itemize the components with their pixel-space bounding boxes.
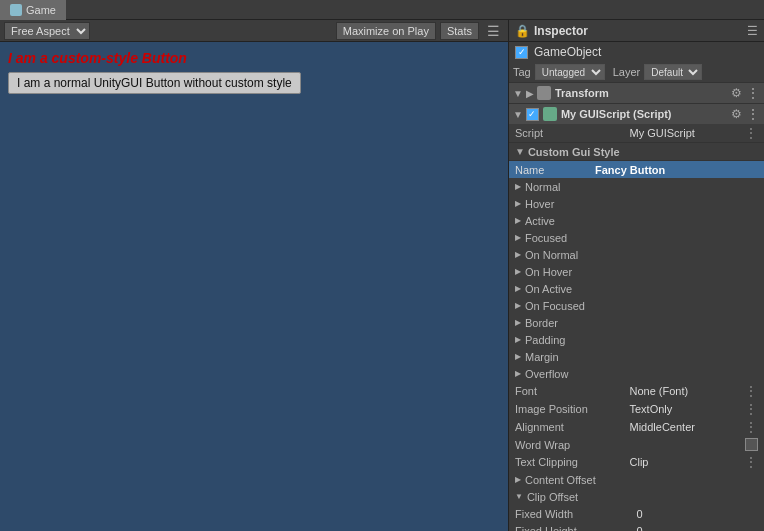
inspector-title: Inspector [534,24,588,38]
transform-component: ▼ ▶ Transform ⚙ ⋮ [509,82,764,104]
alignment-value: MiddleCenter [630,421,745,433]
clip-offset-row[interactable]: ▼ Clip Offset [509,488,764,505]
script-field-row: Script My GUIScript ⋮ [509,124,764,142]
transform-settings-icon[interactable]: ⚙ [731,86,742,100]
clip-offset-arrow: ▼ [515,492,523,501]
list-item-hover-label: Hover [525,198,554,210]
normal-gui-button[interactable]: I am a normal UnityGUI Button without cu… [8,72,301,94]
script-fold-arrow[interactable]: ▼ [513,109,523,120]
name-label: Name [515,164,595,176]
font-dots[interactable]: ⋮ [744,383,758,399]
list-item-overflow-label: Overflow [525,368,568,380]
script-dots-icon[interactable]: ⋮ [746,106,760,122]
content-offset-arrow: ▶ [515,475,521,484]
transform-fold-arrow[interactable]: ▼ [513,88,523,99]
list-item-on-normal-arrow: ▶ [515,250,521,259]
inspector-menu-icon[interactable]: ☰ [747,24,758,38]
script-component: ▼ ✓ My GUIScript (Script) ⚙ ⋮ Script My … [509,104,764,143]
image-position-field-row: Image Position TextOnly ⋮ [509,400,764,418]
transform-icon [537,86,551,100]
custom-gui-label: Custom Gui Style [528,146,620,158]
transform-header: ▼ ▶ Transform ⚙ ⋮ [509,83,764,103]
list-item-on-focused[interactable]: ▶ On Focused [509,297,764,314]
layer-select[interactable]: Default [644,64,702,80]
maximize-on-play-button[interactable]: Maximize on Play [336,22,436,40]
stats-button[interactable]: Stats [440,22,479,40]
fixed-width-label: Fixed Width [515,508,637,520]
list-item-border-label: Border [525,317,558,329]
list-item-on-active-arrow: ▶ [515,284,521,293]
image-position-dots[interactable]: ⋮ [744,401,758,417]
list-item-overflow[interactable]: ▶ Overflow [509,365,764,382]
list-item-border-arrow: ▶ [515,318,521,327]
list-item-margin-arrow: ▶ [515,352,521,361]
list-item-padding-label: Padding [525,334,565,346]
clip-offset-label: Clip Offset [527,491,578,503]
list-item-on-active[interactable]: ▶ On Active [509,280,764,297]
list-item-hover[interactable]: ▶ Hover [509,195,764,212]
fixed-height-field-row: Fixed Height 0 [509,522,764,531]
text-clipping-field-row: Text Clipping Clip ⋮ [509,453,764,471]
custom-gui-fold-arrow[interactable]: ▼ [515,146,525,157]
list-item-normal-arrow: ▶ [515,182,521,191]
alignment-field-row: Alignment MiddleCenter ⋮ [509,418,764,436]
inspector-scroll-area[interactable]: ✓ GameObject Tag Untagged Layer Default … [509,42,764,531]
list-item-on-normal-label: On Normal [525,249,578,261]
list-item-on-hover[interactable]: ▶ On Hover [509,263,764,280]
word-wrap-checkbox[interactable] [745,438,758,451]
custom-gui-style-header: ▼ Custom Gui Style [509,143,764,161]
list-item-hover-arrow: ▶ [515,199,521,208]
script-component-label: My GUIScript (Script) [561,108,731,120]
list-item-on-hover-label: On Hover [525,266,572,278]
list-item-on-active-label: On Active [525,283,572,295]
script-component-header: ▼ ✓ My GUIScript (Script) ⚙ ⋮ [509,104,764,124]
script-dots[interactable]: ⋮ [744,125,758,141]
game-tab-label: Game [26,4,56,16]
list-item-on-normal[interactable]: ▶ On Normal [509,246,764,263]
alignment-label: Alignment [515,421,630,433]
list-item-active[interactable]: ▶ Active [509,212,764,229]
text-clipping-dots[interactable]: ⋮ [744,454,758,470]
list-item-focused-label: Focused [525,232,567,244]
custom-style-button[interactable]: I am a custom-style Button [8,50,187,66]
fixed-height-label: Fixed Height [515,525,637,532]
script-settings-icon[interactable]: ⚙ [731,107,742,121]
gameobject-row: ✓ GameObject [509,42,764,62]
list-item-normal[interactable]: ▶ Normal [509,178,764,195]
list-item-border[interactable]: ▶ Border [509,314,764,331]
game-tab[interactable]: Game [0,0,66,20]
panel-menu-icon[interactable]: ☰ [483,23,504,39]
list-item-padding-arrow: ▶ [515,335,521,344]
aspect-select[interactable]: Free Aspect [4,22,90,40]
game-panel: Free Aspect Maximize on Play Stats ☰ I a… [0,20,509,531]
list-item-normal-label: Normal [525,181,560,193]
word-wrap-label: Word Wrap [515,439,745,451]
list-item-on-hover-arrow: ▶ [515,267,521,276]
tag-layer-row: Tag Untagged Layer Default [509,62,764,82]
inspector-lock-icon[interactable]: 🔒 [515,24,530,38]
script-component-checkbox[interactable]: ✓ [526,108,539,121]
fixed-width-value: 0 [637,508,759,520]
tag-select[interactable]: Untagged [535,64,605,80]
image-position-value: TextOnly [630,403,745,415]
image-position-label: Image Position [515,403,630,415]
font-label: Font [515,385,630,397]
inspector-panel: 🔒 Inspector ☰ ✓ GameObject Tag Untagged … [509,20,764,531]
list-item-active-arrow: ▶ [515,216,521,225]
list-item-margin[interactable]: ▶ Margin [509,348,764,365]
gameobject-checkbox[interactable]: ✓ [515,46,528,59]
font-field-row: Font None (Font) ⋮ [509,382,764,400]
transform-dots-icon[interactable]: ⋮ [746,85,760,101]
text-clipping-label: Text Clipping [515,456,630,468]
name-row[interactable]: Name Fancy Button [509,161,764,178]
list-item-focused-arrow: ▶ [515,233,521,242]
inspector-header: 🔒 Inspector ☰ [509,20,764,42]
script-field-value: My GUIScript [630,127,745,139]
list-item-focused[interactable]: ▶ Focused [509,229,764,246]
tag-label: Tag [513,66,531,78]
content-offset-row[interactable]: ▶ Content Offset [509,471,764,488]
list-item-padding[interactable]: ▶ Padding [509,331,764,348]
text-clipping-value: Clip [630,456,745,468]
alignment-dots[interactable]: ⋮ [744,419,758,435]
transform-fold-arrow2[interactable]: ▶ [526,88,534,99]
